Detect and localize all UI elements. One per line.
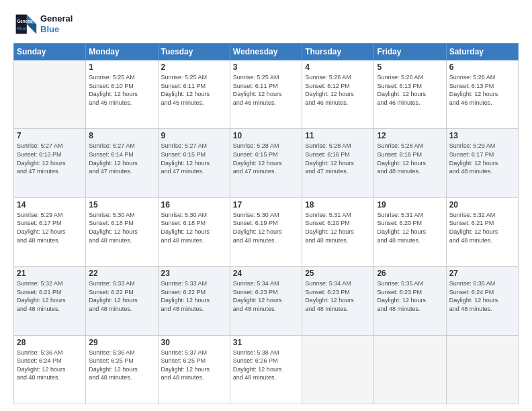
- calendar-cell: [446, 335, 518, 404]
- svg-text:General: General: [17, 19, 33, 24]
- day-number: 23: [161, 269, 227, 278]
- day-number: 26: [377, 269, 443, 278]
- calendar-cell: 1Sunrise: 5:25 AM Sunset: 6:10 PM Daylig…: [86, 60, 158, 129]
- calendar-cell: 26Sunrise: 5:35 AM Sunset: 6:23 PM Dayli…: [374, 267, 446, 335]
- calendar-cell: 12Sunrise: 5:28 AM Sunset: 6:16 PM Dayli…: [374, 129, 446, 197]
- day-number: 28: [17, 338, 83, 347]
- logo-text-line1: General: [40, 13, 73, 24]
- day-info: Sunrise: 5:27 AM Sunset: 6:13 PM Dayligh…: [17, 142, 83, 175]
- day-info: Sunrise: 5:35 AM Sunset: 6:23 PM Dayligh…: [377, 279, 443, 313]
- day-info: Sunrise: 5:27 AM Sunset: 6:15 PM Dayligh…: [161, 142, 227, 175]
- calendar-cell: 4Sunrise: 5:26 AM Sunset: 6:12 PM Daylig…: [302, 60, 374, 129]
- day-info: Sunrise: 5:33 AM Sunset: 6:22 PM Dayligh…: [89, 279, 154, 313]
- day-info: Sunrise: 5:31 AM Sunset: 6:20 PM Dayligh…: [305, 211, 371, 244]
- calendar-week-row: 21Sunrise: 5:32 AM Sunset: 6:21 PM Dayli…: [14, 267, 519, 335]
- day-info: Sunrise: 5:28 AM Sunset: 6:16 PM Dayligh…: [305, 142, 371, 175]
- day-info: Sunrise: 5:30 AM Sunset: 6:19 PM Dayligh…: [233, 211, 299, 244]
- day-number: 10: [233, 131, 299, 140]
- day-number: 25: [305, 269, 371, 278]
- day-header-sunday: Sunday: [14, 44, 86, 60]
- day-info: Sunrise: 5:35 AM Sunset: 6:24 PM Dayligh…: [449, 279, 515, 313]
- day-info: Sunrise: 5:30 AM Sunset: 6:18 PM Dayligh…: [161, 211, 227, 244]
- day-info: Sunrise: 5:38 AM Sunset: 6:26 PM Dayligh…: [233, 349, 299, 382]
- calendar-cell: [374, 335, 446, 404]
- day-number: 3: [233, 62, 299, 72]
- day-number: 27: [449, 269, 515, 278]
- day-info: Sunrise: 5:32 AM Sunset: 6:21 PM Dayligh…: [449, 211, 515, 244]
- logo-text-line2: Blue: [40, 24, 73, 35]
- day-number: 11: [305, 131, 371, 140]
- calendar-cell: 29Sunrise: 5:36 AM Sunset: 6:25 PM Dayli…: [86, 335, 158, 404]
- svg-text:Blue: Blue: [17, 26, 26, 31]
- calendar-cell: 21Sunrise: 5:32 AM Sunset: 6:21 PM Dayli…: [14, 267, 86, 335]
- calendar-cell: 14Sunrise: 5:29 AM Sunset: 6:17 PM Dayli…: [14, 197, 86, 266]
- calendar-cell: 27Sunrise: 5:35 AM Sunset: 6:24 PM Dayli…: [446, 267, 518, 335]
- day-number: 17: [233, 200, 299, 210]
- day-number: 8: [89, 131, 154, 140]
- calendar-header-row: SundayMondayTuesdayWednesdayThursdayFrid…: [14, 44, 519, 60]
- day-number: 9: [161, 131, 227, 140]
- calendar-cell: 8Sunrise: 5:27 AM Sunset: 6:14 PM Daylig…: [86, 129, 158, 197]
- calendar-cell: 10Sunrise: 5:28 AM Sunset: 6:15 PM Dayli…: [230, 129, 302, 197]
- day-info: Sunrise: 5:27 AM Sunset: 6:14 PM Dayligh…: [89, 142, 154, 175]
- day-number: 22: [89, 269, 154, 278]
- calendar-cell: 24Sunrise: 5:34 AM Sunset: 6:23 PM Dayli…: [230, 267, 302, 335]
- day-header-saturday: Saturday: [446, 44, 518, 60]
- day-info: Sunrise: 5:31 AM Sunset: 6:20 PM Dayligh…: [377, 211, 443, 244]
- calendar-table: SundayMondayTuesdayWednesdayThursdayFrid…: [13, 43, 519, 404]
- calendar-week-row: 14Sunrise: 5:29 AM Sunset: 6:17 PM Dayli…: [14, 197, 519, 266]
- svg-rect-2: [16, 15, 27, 34]
- day-header-thursday: Thursday: [302, 44, 374, 60]
- calendar-cell: 28Sunrise: 5:36 AM Sunset: 6:24 PM Dayli…: [14, 335, 86, 404]
- day-number: 29: [89, 338, 154, 347]
- calendar-cell: 16Sunrise: 5:30 AM Sunset: 6:18 PM Dayli…: [158, 197, 230, 266]
- calendar-cell: 20Sunrise: 5:32 AM Sunset: 6:21 PM Dayli…: [446, 197, 518, 266]
- calendar-cell: 13Sunrise: 5:29 AM Sunset: 6:17 PM Dayli…: [446, 129, 518, 197]
- day-number: 15: [89, 200, 154, 210]
- day-info: Sunrise: 5:36 AM Sunset: 6:24 PM Dayligh…: [17, 349, 83, 382]
- day-number: 19: [377, 200, 443, 210]
- day-info: Sunrise: 5:28 AM Sunset: 6:15 PM Dayligh…: [233, 142, 299, 175]
- day-info: Sunrise: 5:36 AM Sunset: 6:25 PM Dayligh…: [89, 349, 154, 382]
- day-number: 1: [89, 62, 154, 72]
- calendar-cell: 17Sunrise: 5:30 AM Sunset: 6:19 PM Dayli…: [230, 197, 302, 266]
- day-info: Sunrise: 5:26 AM Sunset: 6:12 PM Dayligh…: [305, 73, 371, 107]
- calendar-cell: 7Sunrise: 5:27 AM Sunset: 6:13 PM Daylig…: [14, 129, 86, 197]
- day-info: Sunrise: 5:25 AM Sunset: 6:11 PM Dayligh…: [161, 73, 227, 107]
- calendar-cell: 25Sunrise: 5:34 AM Sunset: 6:23 PM Dayli…: [302, 267, 374, 335]
- page: General Blue General Blue SundayMondayTu…: [0, 0, 532, 411]
- day-number: 4: [305, 62, 371, 72]
- day-number: 20: [449, 200, 515, 210]
- day-info: Sunrise: 5:37 AM Sunset: 6:25 PM Dayligh…: [161, 349, 227, 382]
- calendar-week-row: 7Sunrise: 5:27 AM Sunset: 6:13 PM Daylig…: [14, 129, 519, 197]
- day-info: Sunrise: 5:34 AM Sunset: 6:23 PM Dayligh…: [233, 279, 299, 313]
- day-info: Sunrise: 5:34 AM Sunset: 6:23 PM Dayligh…: [305, 279, 371, 313]
- day-info: Sunrise: 5:32 AM Sunset: 6:21 PM Dayligh…: [17, 279, 83, 313]
- svg-marker-1: [27, 24, 36, 34]
- calendar-cell: 19Sunrise: 5:31 AM Sunset: 6:20 PM Dayli…: [374, 197, 446, 266]
- day-header-friday: Friday: [374, 44, 446, 60]
- calendar-cell: 30Sunrise: 5:37 AM Sunset: 6:25 PM Dayli…: [158, 335, 230, 404]
- day-header-monday: Monday: [86, 44, 158, 60]
- calendar-cell: [302, 335, 374, 404]
- logo-icon: General Blue: [13, 12, 38, 36]
- day-number: 12: [377, 131, 443, 140]
- day-info: Sunrise: 5:33 AM Sunset: 6:22 PM Dayligh…: [161, 279, 227, 313]
- day-info: Sunrise: 5:26 AM Sunset: 6:13 PM Dayligh…: [449, 73, 515, 107]
- day-info: Sunrise: 5:29 AM Sunset: 6:17 PM Dayligh…: [17, 211, 83, 244]
- calendar-cell: 9Sunrise: 5:27 AM Sunset: 6:15 PM Daylig…: [158, 129, 230, 197]
- day-number: 6: [449, 62, 515, 72]
- day-number: 18: [305, 200, 371, 210]
- day-info: Sunrise: 5:25 AM Sunset: 6:10 PM Dayligh…: [89, 73, 154, 107]
- calendar-cell: 22Sunrise: 5:33 AM Sunset: 6:22 PM Dayli…: [86, 267, 158, 335]
- day-header-wednesday: Wednesday: [230, 44, 302, 60]
- day-number: 16: [161, 200, 227, 210]
- day-header-tuesday: Tuesday: [158, 44, 230, 60]
- calendar-week-row: 28Sunrise: 5:36 AM Sunset: 6:24 PM Dayli…: [14, 335, 519, 404]
- day-number: 7: [17, 131, 83, 140]
- calendar-cell: 11Sunrise: 5:28 AM Sunset: 6:16 PM Dayli…: [302, 129, 374, 197]
- calendar-cell: 15Sunrise: 5:30 AM Sunset: 6:18 PM Dayli…: [86, 197, 158, 266]
- day-info: Sunrise: 5:25 AM Sunset: 6:11 PM Dayligh…: [233, 73, 299, 107]
- day-number: 13: [449, 131, 515, 140]
- logo: General Blue General Blue: [13, 12, 73, 36]
